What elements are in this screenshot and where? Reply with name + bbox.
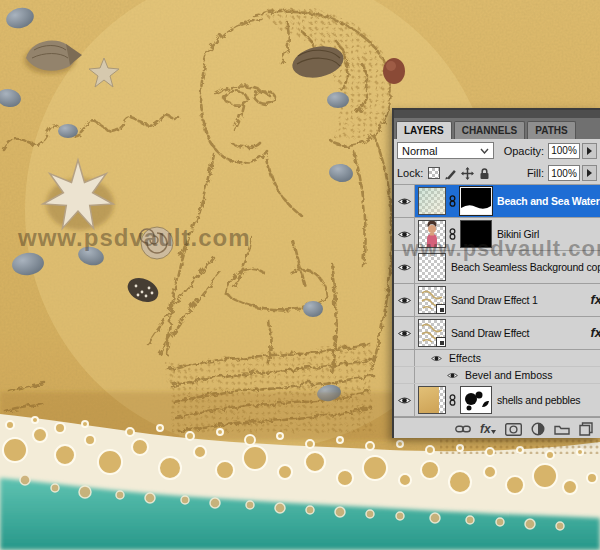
layer-row-sand-draw-effect-1[interactable]: Sand Draw Effect 1 fx [394,284,600,317]
layer-name[interactable]: Bikini Girl [497,228,539,240]
add-layer-mask-button[interactable] [505,421,522,437]
opacity-value: 100% [551,145,577,156]
fx-icon: fx [480,422,491,436]
panel-tabs: LAYERS CHANNELS PATHS [394,118,600,139]
visibility-toggle[interactable] [394,284,415,316]
new-adjustment-layer-button[interactable] [531,421,545,437]
layer-mask-thumbnail[interactable] [460,386,492,414]
eye-icon [397,196,412,207]
smart-filter-badge-icon [436,337,446,347]
layer-thumbnail[interactable] [418,286,446,314]
move-icon [461,167,474,180]
layer-name[interactable]: shells and pebbles [497,394,580,406]
layer-list: Beach and Sea Water Bikini Girl [394,184,600,417]
layer-name[interactable]: Beach and Sea Water [497,195,600,207]
right-triangle-icon [587,169,592,177]
smart-filter-badge-icon [436,304,446,314]
folder-icon [554,423,570,435]
mask-link-icon[interactable] [449,228,456,240]
visibility-toggle[interactable] [394,218,415,250]
layer-mask-thumbnail[interactable] [460,187,492,215]
eye-icon [397,395,412,406]
eye-icon [397,295,412,306]
layers-panel: LAYERS CHANNELS PATHS Normal Opacity: 10… [392,108,600,438]
effects-visibility-toggle[interactable] [429,354,444,363]
lock-all-button[interactable] [478,167,491,180]
link-layers-button[interactable] [455,421,471,437]
layer-row-shells-and-pebbles[interactable]: shells and pebbles [394,384,600,417]
panel-footer-toolbar: fx [394,417,600,440]
layer-name[interactable]: Sand Draw Effect [451,327,529,339]
adjustment-circle-icon [531,422,545,436]
mask-link-icon[interactable] [449,394,456,406]
lock-label: Lock: [397,167,423,179]
lock-row: Lock: Fill [394,162,600,184]
small-triangle-icon [491,430,496,435]
blend-mode-row: Normal Opacity: 100% [394,139,600,162]
new-layer-icon [579,422,593,436]
eye-icon [397,328,412,339]
thumbnail-tint [419,188,445,214]
checkerboard-icon [428,167,440,179]
fill-label: Fill: [497,167,544,179]
opacity-input[interactable]: 100% [548,143,580,159]
blend-mode-select[interactable]: Normal [397,142,494,159]
layer-row-beach-and-sea-water[interactable]: Beach and Sea Water [394,185,600,218]
eye-icon [397,229,412,240]
layer-mask-thumbnail[interactable] [460,220,492,248]
blend-mode-value: Normal [402,145,437,157]
right-triangle-icon [587,147,592,155]
chain-link-icon [455,423,471,435]
visibility-toggle[interactable] [394,251,415,283]
eye-column-spacer [394,367,415,383]
visibility-toggle[interactable] [394,384,415,416]
layer-thumbnail[interactable] [418,187,446,215]
opacity-label: Opacity: [500,145,544,157]
sand-thumbnail-fill [419,387,439,413]
layer-row-beach-seamless-background-copy[interactable]: Beach Seamless Background copy [394,251,600,284]
visibility-toggle[interactable] [394,185,415,217]
panel-top-strip [394,110,600,118]
visibility-toggle[interactable] [394,317,415,349]
layer-thumbnail[interactable] [418,253,446,281]
layer-row-sand-draw-effect[interactable]: Sand Draw Effect fx [394,317,600,350]
eye-column-spacer [394,350,415,366]
chevron-down-icon [480,148,489,154]
bevel-visibility-toggle[interactable] [445,371,460,380]
layer-thumbnail[interactable] [418,386,446,414]
eye-icon [397,262,412,273]
layer-style-button[interactable]: fx [480,421,496,437]
eye-icon [430,354,443,363]
new-layer-button[interactable] [579,421,593,437]
layer-style-fx-icon[interactable]: fx [590,292,600,307]
brush-icon [444,167,457,180]
padlock-icon [478,167,491,180]
layer-thumbnail[interactable] [418,220,446,248]
effects-label[interactable]: Effects [449,352,481,364]
fill-value: 100% [551,168,577,179]
mask-link-icon[interactable] [449,195,456,207]
layer-thumbnail[interactable] [418,319,446,347]
tab-channels[interactable]: CHANNELS [454,121,526,139]
layer-style-fx-icon[interactable]: fx [590,325,600,340]
fill-slider-button[interactable] [582,165,597,181]
lock-pixels-button[interactable] [444,167,457,180]
document-canvas[interactable]: www.psdvault.com www.psdvault.com LAYERS… [0,0,600,550]
effects-header-row[interactable]: Effects [394,350,600,367]
layer-row-bikini-girl[interactable]: Bikini Girl [394,218,600,251]
layer-name[interactable]: Beach Seamless Background copy [451,261,600,273]
lock-transparency-button[interactable] [427,167,440,180]
opacity-slider-button[interactable] [582,143,597,159]
layer-name[interactable]: Sand Draw Effect 1 [451,294,538,306]
lock-position-button[interactable] [461,167,474,180]
eye-icon [446,371,459,380]
bevel-and-emboss-label[interactable]: Bevel and Emboss [465,369,553,381]
tab-layers[interactable]: LAYERS [396,121,452,139]
fill-input[interactable]: 100% [548,165,580,181]
tab-paths[interactable]: PATHS [527,121,575,139]
new-group-button[interactable] [554,421,570,437]
add-mask-icon [505,423,522,436]
bevel-and-emboss-row[interactable]: Bevel and Emboss [394,367,600,384]
